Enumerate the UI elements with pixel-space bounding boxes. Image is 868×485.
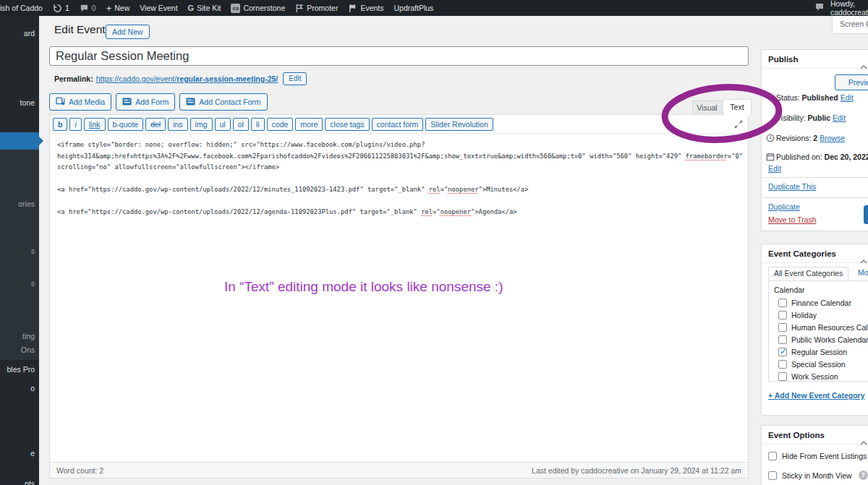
add-contact-form-icon (186, 98, 195, 107)
sidebar-active-item[interactable] (0, 132, 39, 150)
promoter-menu[interactable]: Promoter (295, 0, 338, 16)
events-menu[interactable]: Events (348, 0, 383, 16)
divider (762, 197, 868, 198)
qt-code-button[interactable]: code (267, 118, 294, 131)
view-event-link[interactable]: View Event (140, 0, 177, 16)
category-row-special-session[interactable]: Special Session (769, 358, 868, 370)
category-row-regular-session[interactable]: Regular Session (769, 345, 868, 358)
published-edit-link[interactable]: Edit (768, 164, 781, 173)
qt-link-button[interactable]: link (84, 118, 106, 131)
add-new-event-category-link[interactable]: + Add New Event Category (768, 391, 865, 400)
howdy-menu[interactable]: Howdy, caddocreative (830, 0, 868, 17)
event-title-input[interactable] (49, 46, 749, 66)
update-button[interactable]: Update (864, 205, 868, 224)
tab-text[interactable]: Text (723, 99, 752, 116)
expand-editor-icon[interactable] (734, 119, 743, 132)
qt-contact-form-button[interactable]: contact form (372, 118, 424, 131)
category-list: Calendar Finance Calendar Holiday Human … (768, 280, 868, 382)
sidebar-item-dashboard[interactable]: ard (24, 29, 35, 38)
qt-italic-button[interactable]: i (69, 118, 81, 131)
duplicate-link[interactable]: Duplicate (768, 202, 800, 211)
checkbox-icon[interactable] (768, 452, 777, 460)
event-options-header[interactable]: Event Options (762, 426, 868, 445)
cornerstone-icon: cs (231, 4, 240, 13)
sidebar-item-tables-pro[interactable]: bles Pro (7, 365, 35, 374)
add-media-button[interactable]: Add Media (49, 93, 111, 111)
notification-bubble-icon[interactable] (814, 2, 825, 14)
qt-ins-button[interactable]: ins (168, 118, 187, 131)
revisions-row: Revisions: 2 Browse (776, 134, 845, 142)
editor-textarea[interactable]: <iframe style="border: none; overflow: h… (50, 134, 748, 462)
cornerstone-menu[interactable]: cs Cornerstone (231, 0, 285, 16)
qt-img-button[interactable]: img (190, 118, 213, 131)
add-new-button[interactable]: Add New (106, 25, 150, 39)
qt-slider-revolution-button[interactable]: Slider Revolution (425, 118, 493, 131)
duplicate-this-link[interactable]: Duplicate This (768, 182, 816, 191)
new-menu[interactable]: New (106, 0, 130, 16)
add-contact-form-button[interactable]: Add Contact Form (179, 93, 267, 111)
sidebar-item-cornerstone[interactable]: tone (20, 98, 35, 107)
category-row-public-works[interactable]: Public Works Calendar (769, 333, 868, 345)
site-name-menu[interactable]: ish of Caddo (0, 0, 43, 16)
tab-most-used[interactable]: Most Used (858, 268, 868, 277)
category-label: Special Session (791, 360, 846, 369)
qt-more-button[interactable]: more (295, 118, 323, 131)
checkbox-icon[interactable] (778, 348, 787, 356)
checkbox-icon[interactable] (778, 299, 787, 307)
visibility-edit-link[interactable]: Edit (833, 113, 846, 122)
checkbox-icon[interactable] (768, 471, 777, 480)
tab-all-categories[interactable]: All Event Categories (768, 267, 848, 280)
comments-indicator[interactable]: 0 (80, 0, 96, 16)
category-row-holiday[interactable]: Holiday (769, 309, 868, 321)
option-row-sticky-month-view[interactable]: Sticky in Month View (768, 471, 868, 480)
screen-options-tab[interactable]: Screen Options (832, 16, 868, 34)
category-row-work-session[interactable]: Work Session (769, 370, 868, 382)
move-to-trash-link[interactable]: Move to Trash (768, 215, 817, 224)
updraftplus-menu[interactable]: UpdraftPlus (394, 0, 434, 16)
sidebar-subitem-1[interactable]: s (31, 246, 35, 255)
status-edit-link[interactable]: Edit (841, 93, 854, 102)
tab-visual[interactable]: Visual (692, 100, 722, 115)
category-row-finance[interactable]: Finance Calendar (769, 296, 868, 309)
media-buttons-row: Add Media Add Form Add Contact Form (49, 93, 268, 111)
collapse-caret-icon[interactable] (860, 57, 867, 76)
sidebar-subitem-3[interactable]: ting (22, 332, 35, 340)
qt-close-tags-button[interactable]: close tags (325, 118, 369, 131)
promoter-label: Promoter (307, 4, 338, 12)
sidebar-subitem-4[interactable]: Ons (21, 345, 35, 354)
category-label: Finance Calendar (791, 299, 851, 307)
publish-panel-header[interactable]: Publish (762, 50, 868, 69)
site-kit-menu[interactable]: G Site Kit (188, 0, 221, 16)
event-categories-header[interactable]: Event Categories (762, 244, 868, 263)
add-form-button[interactable]: Add Form (116, 93, 175, 111)
revisions-browse-link[interactable]: Browse (820, 134, 845, 142)
qt-li-button[interactable]: li (251, 118, 265, 131)
category-row-human-resources[interactable]: Human Resources Calendar (769, 321, 868, 333)
checkbox-icon[interactable] (778, 372, 787, 381)
qt-ol-button[interactable]: ol (233, 118, 249, 131)
updates-indicator[interactable]: 1 (53, 0, 69, 16)
sidebar-item-6[interactable]: e (30, 449, 35, 458)
checkbox-icon[interactable] (778, 360, 787, 369)
checkbox-icon[interactable] (778, 311, 787, 319)
help-icon[interactable] (859, 471, 868, 480)
sidebar-subitem-categories[interactable]: ories (18, 199, 35, 208)
sidebar-item-5[interactable]: o (30, 384, 35, 392)
category-label: Human Resources Calendar (791, 323, 868, 332)
sidebar-item-7[interactable]: nts (25, 479, 35, 485)
preview-changes-button[interactable]: Preview Changes (835, 74, 868, 90)
view-event-label: View Event (140, 4, 177, 12)
qt-del-button[interactable]: del (145, 118, 166, 131)
qt-blockquote-button[interactable]: b-quote (108, 118, 144, 131)
permalink-link[interactable]: https://caddo.gov/event/regular-session-… (96, 74, 278, 83)
sidebar-active-arrow (39, 137, 48, 145)
qt-bold-button[interactable]: b (53, 118, 67, 131)
collapse-caret-icon[interactable] (860, 433, 867, 452)
checkbox-icon[interactable] (778, 323, 787, 332)
qt-ul-button[interactable]: ul (215, 118, 231, 131)
option-row-hide-from-listings[interactable]: Hide From Event Listings (768, 452, 867, 460)
sidebar-subitem-2[interactable]: s (31, 279, 35, 288)
add-media-icon (56, 97, 65, 107)
checkbox-icon[interactable] (778, 335, 787, 344)
permalink-edit-button[interactable]: Edit (283, 72, 307, 85)
